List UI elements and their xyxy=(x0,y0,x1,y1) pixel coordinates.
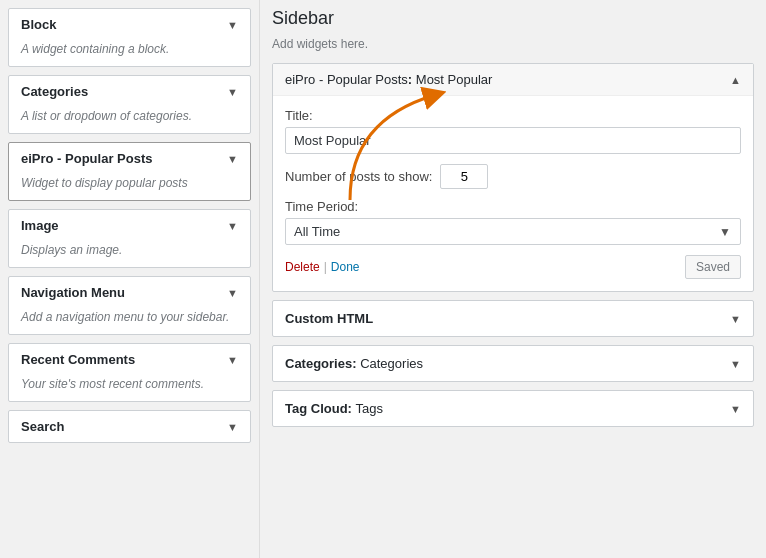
expanded-widget-header[interactable]: eiPro - Popular Posts: Most Popular ▲ xyxy=(273,64,753,96)
collapsed-widget-tag-cloud: Tag Cloud: Tags ▼ xyxy=(272,390,754,427)
collapsed-widget-custom-html: Custom HTML ▼ xyxy=(272,300,754,337)
widget-recent-comments-description: Your site's most recent comments. xyxy=(9,375,250,401)
widget-navigation-menu-label: Navigation Menu xyxy=(21,285,125,300)
title-input[interactable] xyxy=(285,127,741,154)
time-period-select-wrap: All Time Last 7 Days Last 30 Days Last 9… xyxy=(285,218,741,245)
action-links: Delete | Done xyxy=(285,260,360,274)
chevron-down-icon: ▼ xyxy=(227,421,238,433)
collapsed-widget-categories-subtitle: Categories xyxy=(360,356,423,371)
chevron-down-icon: ▼ xyxy=(227,86,238,98)
left-panel: Block ▼ A widget containing a block. Cat… xyxy=(0,0,260,558)
collapsed-widget-categories-header[interactable]: Categories: Categories ▼ xyxy=(273,346,753,381)
widget-block-label: Block xyxy=(21,17,56,32)
widget-recent-comments: Recent Comments ▼ Your site's most recen… xyxy=(8,343,251,402)
posts-count-label: Number of posts to show: xyxy=(285,169,432,184)
widget-recent-comments-header[interactable]: Recent Comments ▼ xyxy=(9,344,250,375)
widget-image-header[interactable]: Image ▼ xyxy=(9,210,250,241)
widget-categories: Categories ▼ A list or dropdown of categ… xyxy=(8,75,251,134)
widget-navigation-menu: Navigation Menu ▼ Add a navigation menu … xyxy=(8,276,251,335)
expanded-widget-eipro: eiPro - Popular Posts: Most Popular ▲ Ti… xyxy=(272,63,754,292)
expanded-widget-title: eiPro - Popular Posts: Most Popular xyxy=(285,72,492,87)
widget-categories-label: Categories xyxy=(21,84,88,99)
chevron-up-icon: ▲ xyxy=(730,74,741,86)
widget-image-description: Displays an image. xyxy=(9,241,250,267)
sidebar-title: Sidebar xyxy=(272,8,754,33)
chevron-down-icon: ▼ xyxy=(227,287,238,299)
collapsed-widget-categories-label: Categories: Categories xyxy=(285,356,423,371)
widget-eipro: eiPro - Popular Posts ▼ Widget to displa… xyxy=(8,142,251,201)
time-period-row: Time Period: All Time Last 7 Days Last 3… xyxy=(285,199,741,245)
saved-button: Saved xyxy=(685,255,741,279)
widget-navigation-menu-header[interactable]: Navigation Menu ▼ xyxy=(9,277,250,308)
collapsed-widget-tag-cloud-subtitle: Tags xyxy=(356,401,383,416)
widget-block: Block ▼ A widget containing a block. xyxy=(8,8,251,67)
widget-block-header[interactable]: Block ▼ xyxy=(9,9,250,40)
widget-actions: Delete | Done Saved xyxy=(285,255,741,279)
widget-eipro-description: Widget to display popular posts xyxy=(9,174,250,200)
title-field-row: Title: xyxy=(285,108,741,154)
right-panel-wrapper: Sidebar Add widgets here. eiPro - Popula… xyxy=(260,0,766,558)
chevron-down-icon: ▼ xyxy=(730,358,741,370)
expanded-widget-name: eiPro - Popular Posts xyxy=(285,72,408,87)
chevron-down-icon: ▼ xyxy=(227,220,238,232)
collapsed-widget-custom-html-label: Custom HTML xyxy=(285,311,373,326)
collapsed-widget-tag-cloud-label: Tag Cloud: Tags xyxy=(285,401,383,416)
widget-image: Image ▼ Displays an image. xyxy=(8,209,251,268)
expanded-widget-body: Title: Number of posts to show: Time Per… xyxy=(273,96,753,291)
posts-count-input[interactable] xyxy=(440,164,488,189)
collapsed-widget-categories: Categories: Categories ▼ xyxy=(272,345,754,382)
chevron-down-icon: ▼ xyxy=(730,313,741,325)
widget-categories-description: A list or dropdown of categories. xyxy=(9,107,250,133)
chevron-down-icon: ▼ xyxy=(227,153,238,165)
delete-link[interactable]: Delete xyxy=(285,260,320,274)
widget-eipro-header[interactable]: eiPro - Popular Posts ▼ xyxy=(9,143,250,174)
expanded-widget-subtitle: Most Popular xyxy=(416,72,493,87)
collapsed-widget-custom-html-header[interactable]: Custom HTML ▼ xyxy=(273,301,753,336)
widget-navigation-menu-description: Add a navigation menu to your sidebar. xyxy=(9,308,250,334)
title-label: Title: xyxy=(285,108,741,123)
widget-categories-header[interactable]: Categories ▼ xyxy=(9,76,250,107)
collapsed-widget-tag-cloud-header[interactable]: Tag Cloud: Tags ▼ xyxy=(273,391,753,426)
widget-search-header[interactable]: Search ▼ xyxy=(9,411,250,442)
time-period-label: Time Period: xyxy=(285,199,741,214)
chevron-down-icon: ▼ xyxy=(227,354,238,366)
widget-recent-comments-label: Recent Comments xyxy=(21,352,135,367)
right-panel: Sidebar Add widgets here. eiPro - Popula… xyxy=(260,0,766,443)
widget-eipro-label: eiPro - Popular Posts xyxy=(21,151,152,166)
widget-block-description: A widget containing a block. xyxy=(9,40,250,66)
chevron-down-icon: ▼ xyxy=(227,19,238,31)
done-link[interactable]: Done xyxy=(331,260,360,274)
widget-search-label: Search xyxy=(21,419,64,434)
sidebar-subtitle: Add widgets here. xyxy=(272,37,754,51)
chevron-down-icon: ▼ xyxy=(730,403,741,415)
widget-search: Search ▼ xyxy=(8,410,251,443)
posts-count-row: Number of posts to show: xyxy=(285,164,741,189)
separator: | xyxy=(324,260,327,274)
time-period-select[interactable]: All Time Last 7 Days Last 30 Days Last 9… xyxy=(285,218,741,245)
widget-image-label: Image xyxy=(21,218,59,233)
